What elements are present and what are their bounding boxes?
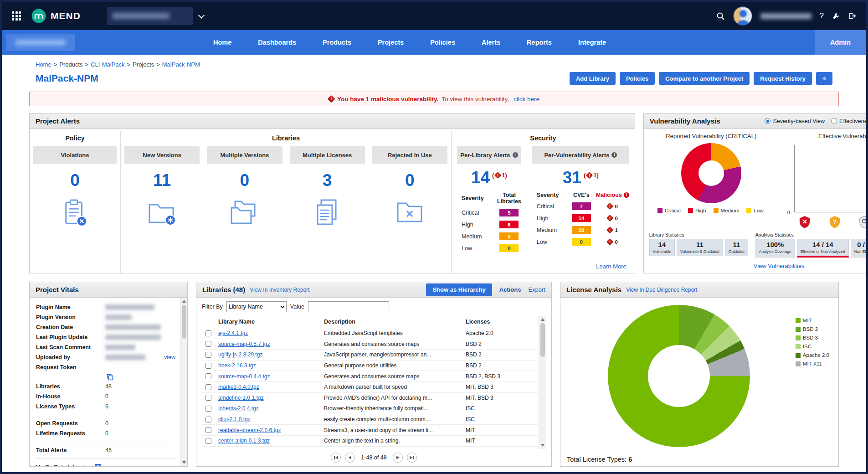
wrench-icon[interactable] — [832, 12, 840, 20]
scroll-up-icon[interactable] — [182, 300, 186, 303]
next-page-button[interactable] — [393, 453, 403, 463]
add-library-button[interactable]: Add Library — [570, 72, 616, 85]
settings-gear-button[interactable] — [816, 72, 832, 85]
row-checkbox[interactable] — [205, 341, 211, 347]
row-checkbox[interactable] — [205, 330, 211, 336]
export-button[interactable]: Export — [528, 286, 545, 293]
nav-alerts[interactable]: Alerts — [468, 30, 514, 55]
cve-count-chip[interactable]: 0 — [572, 238, 591, 246]
banner-click-here-link[interactable]: click here — [514, 96, 539, 103]
row-checkbox[interactable] — [205, 363, 211, 369]
search-icon[interactable] — [716, 12, 725, 21]
col-library-name[interactable]: Library Name — [218, 319, 324, 325]
scroll-down-icon[interactable] — [182, 461, 186, 464]
nav-admin[interactable]: Admin — [815, 30, 866, 55]
library-name-link[interactable]: hoek-2.16.3.tgz — [218, 362, 324, 369]
scroll-thumb[interactable] — [540, 323, 545, 357]
severity-count-chip[interactable]: 0 — [499, 244, 519, 252]
nav-dashboards[interactable]: Dashboards — [245, 30, 309, 55]
col-licenses[interactable]: Licenses — [466, 319, 538, 325]
row-checkbox[interactable] — [205, 384, 211, 390]
severity-count-chip[interactable]: 3 — [499, 232, 519, 240]
actions-button[interactable]: Actions — [499, 286, 521, 293]
cve-count-chip[interactable]: 14 — [572, 214, 591, 222]
library-name-link[interactable]: ejs-2.4.1.tgz — [218, 330, 324, 336]
show-as-hierarchy-button[interactable]: Show as Hierarchy — [426, 283, 492, 296]
row-checkbox[interactable] — [205, 395, 211, 401]
rejected-in-use-count[interactable]: 0 — [405, 171, 415, 190]
help-icon[interactable]: ? — [820, 11, 824, 21]
row-checkbox[interactable] — [205, 352, 211, 358]
row-checkbox[interactable] — [205, 427, 211, 433]
library-name-link[interactable]: inherits-2.0.4.tgz — [218, 405, 324, 412]
library-name-link[interactable]: amdefine-1.0.1.tgz — [218, 395, 324, 401]
row-checkbox[interactable] — [205, 438, 211, 444]
org-selector[interactable] — [107, 7, 193, 25]
app-grid-icon[interactable] — [12, 11, 21, 21]
vitals-scrollbar[interactable] — [180, 298, 187, 466]
row-checkbox[interactable] — [205, 406, 211, 412]
library-name-link[interactable]: source-map-0.4.4.tgz — [218, 373, 324, 380]
inventory-report-link[interactable]: View In Inventory Report — [250, 287, 309, 293]
scroll-up-icon[interactable] — [541, 318, 544, 321]
logout-icon[interactable] — [848, 12, 856, 20]
library-name-link[interactable]: cliui-2.1.0.tgz — [218, 416, 324, 422]
library-name-link[interactable]: center-align-0.1.3.tgz — [218, 438, 324, 444]
scroll-down-icon[interactable] — [541, 444, 544, 447]
breadcrumb-project[interactable]: MalPack-NPM — [162, 61, 200, 68]
col-description[interactable]: Description — [324, 319, 466, 325]
severity-view-label[interactable]: Severity-based View — [773, 118, 825, 124]
effectiveness-view-radio[interactable] — [831, 118, 837, 124]
effectiveness-view-label[interactable]: Effectiveness-based View — [839, 118, 866, 124]
mend-logo[interactable]: MEND — [31, 8, 81, 24]
library-name-link[interactable]: readable-stream-2.0.6.tgz — [218, 427, 324, 433]
nav-reports[interactable]: Reports — [514, 30, 565, 55]
nav-integrate[interactable]: Integrate — [565, 30, 619, 55]
multiple-versions-count[interactable]: 0 — [240, 171, 250, 190]
nav-policies[interactable]: Policies — [417, 30, 468, 55]
info-icon[interactable] — [624, 192, 629, 198]
prev-page-button[interactable] — [345, 453, 355, 463]
severity-count-chip[interactable]: 5 — [499, 209, 519, 216]
nav-home[interactable]: Home — [200, 30, 245, 55]
first-page-button[interactable] — [331, 453, 341, 463]
avatar[interactable] — [733, 6, 752, 26]
library-name-link[interactable]: source-map-0.5.7.tgz — [218, 341, 324, 347]
cve-count-chip[interactable]: 7 — [572, 202, 591, 210]
unknown-shield-icon[interactable]: ? — [829, 216, 841, 228]
nav-products[interactable]: Products — [309, 30, 365, 55]
table-scrollbar[interactable] — [539, 316, 546, 449]
breadcrumb-product[interactable]: CLI-MalPack — [91, 61, 124, 68]
copy-icon[interactable] — [107, 374, 113, 381]
info-icon[interactable] — [611, 152, 617, 158]
nav-projects[interactable]: Projects — [365, 30, 417, 55]
help-badge-icon[interactable]: ? — [95, 464, 101, 466]
compare-project-button[interactable]: Compare to another Project — [659, 72, 750, 85]
per-library-total[interactable]: 14 — [471, 168, 490, 187]
library-name-link[interactable]: uglify-js-2.8.29.tgz — [218, 351, 324, 358]
chevron-down-icon[interactable] — [198, 12, 205, 19]
scroll-thumb[interactable] — [182, 305, 186, 339]
per-vulnerability-total[interactable]: 31 — [563, 168, 581, 187]
severity-count-chip[interactable]: 6 — [499, 221, 519, 228]
multiple-licenses-count[interactable]: 3 — [323, 171, 332, 190]
view-link[interactable]: view — [164, 354, 175, 361]
learn-more-link[interactable]: Learn More — [596, 263, 626, 270]
row-checkbox[interactable] — [205, 373, 211, 379]
analyze-shield-icon[interactable] — [859, 216, 866, 228]
policies-button[interactable]: Policies — [620, 72, 655, 85]
due-diligence-report-link[interactable]: View In Due Diligence Report — [626, 287, 698, 293]
view-vulnerabilities-link[interactable]: View Vulnerabilities — [754, 263, 805, 269]
filter-value-input[interactable] — [308, 301, 389, 312]
new-versions-count[interactable]: 11 — [153, 171, 171, 190]
library-name-link[interactable]: marked-0.4.0.tgz — [218, 384, 324, 390]
last-page-button[interactable] — [407, 453, 417, 463]
breadcrumb-home[interactable]: Home — [36, 61, 51, 68]
row-checkbox[interactable] — [205, 417, 211, 422]
cve-count-chip[interactable]: 10 — [572, 226, 591, 234]
info-icon[interactable] — [513, 152, 518, 158]
filter-field-select[interactable]: Library Name — [226, 301, 287, 312]
nav-context-redacted[interactable] — [6, 34, 75, 51]
request-history-button[interactable]: Request History — [754, 72, 812, 85]
severity-view-radio[interactable] — [765, 118, 770, 124]
